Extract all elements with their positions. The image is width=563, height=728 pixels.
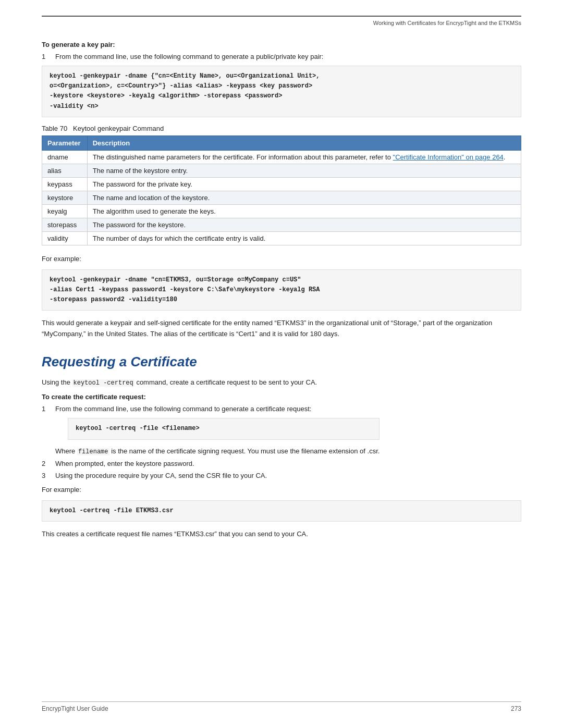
requesting-cert-intro: Using the keytool -certreq command, crea… [42, 377, 521, 388]
cert-step2-text: When prompted, enter the keystore passwo… [55, 460, 194, 467]
for-example-label-1: For example: [42, 254, 521, 264]
keypair-description: This would generate a keypair and self-s… [42, 318, 521, 339]
for-example-label-2: For example: [42, 485, 521, 495]
desc-storepass: The password for the keystore. [87, 218, 521, 231]
col-parameter: Parameter [42, 135, 88, 150]
table-row: keyalg The algorithm used to generate th… [42, 204, 521, 218]
step1-text: From the command line, use the following… [55, 53, 323, 60]
col-description: Description [87, 135, 521, 150]
desc-validity: The number of days for which the certifi… [87, 231, 521, 245]
table-row: keystore The name and location of the ke… [42, 191, 521, 204]
cert-request-steps: 1 From the command line, use the followi… [42, 405, 521, 479]
cert-step-1: 1 From the command line, use the followi… [42, 405, 521, 455]
generate-keypair-steps: 1 From the command line, use the followi… [42, 53, 521, 60]
genkeypair-table: Parameter Description dname The distingu… [42, 135, 521, 245]
generate-keypair-section: To generate a key pair: 1 From the comma… [42, 41, 521, 339]
table-row: keypass The password for the private key… [42, 177, 521, 191]
page-footer: EncrypTight User Guide 273 [42, 701, 521, 712]
cert-step-3: 3 Using the procedure require by your CA… [42, 472, 521, 479]
requesting-cert-title: Requesting a Certificate [42, 354, 521, 370]
param-keypass: keypass [42, 177, 88, 191]
certreq-description: This creates a certificate request file … [42, 529, 521, 539]
certreq-code: keytool -certreq -file <filename> [68, 418, 380, 439]
desc-keystore: The name and location of the keystore. [87, 191, 521, 204]
desc-keypass: The password for the private key. [87, 177, 521, 191]
header-text: Working with Certificates for EncrypTigh… [373, 20, 521, 26]
param-keyalg: keyalg [42, 204, 88, 218]
generate-keypair-heading: To generate a key pair: [42, 41, 521, 48]
table-row: storepass The password for the keystore. [42, 218, 521, 231]
where-clause: Where filename is the name of the certif… [55, 447, 380, 455]
desc-dname: The distinguished name parameters for th… [87, 150, 521, 164]
cert-info-link[interactable]: "Certificate Information" on page 264 [393, 153, 504, 161]
page: Working with Certificates for EncrypTigh… [0, 0, 563, 576]
param-validity: validity [42, 231, 88, 245]
param-storepass: storepass [42, 218, 88, 231]
table-label: Table 70 Keytool genkeypair Command [42, 125, 164, 132]
table-row: validity The number of days for which th… [42, 231, 521, 245]
requesting-cert-section: Requesting a Certificate Using the keyto… [42, 354, 521, 539]
table-row: alias The name of the keystore entry. [42, 164, 521, 177]
genkeypair-code-block: keytool -genkeypair -dname {"cn=<Entity … [42, 66, 521, 117]
cert-step3-text: Using the procedure require by your CA, … [55, 472, 267, 479]
param-dname: dname [42, 150, 88, 164]
desc-alias: The name of the keystore entry. [87, 164, 521, 177]
desc-keyalg: The algorithm used to generate the keys. [87, 204, 521, 218]
genkeypair-code: keytool -genkeypair -dname {"cn=<Entity … [50, 72, 320, 110]
param-keystore: keystore [42, 191, 88, 204]
footer-left: EncrypTight User Guide [42, 705, 108, 712]
cert-step-2: 2 When prompted, enter the keystore pass… [42, 460, 521, 467]
create-cert-heading: To create the certificate request: [42, 393, 521, 401]
table-header-row: Parameter Description [42, 135, 521, 150]
footer-right: 273 [511, 705, 521, 712]
table-row: dname The distinguished name parameters … [42, 150, 521, 164]
genkeypair-example-code: keytool -genkeypair -dname "cn=ETKMS3, o… [42, 269, 521, 311]
step-1: 1 From the command line, use the followi… [42, 53, 521, 60]
table-caption: Table 70 Keytool genkeypair Command [42, 125, 521, 132]
param-alias: alias [42, 164, 88, 177]
certreq-example-code: keytool -certreq -file ETKMS3.csr [42, 500, 521, 522]
cert-step1-text: From the command line, use the following… [55, 405, 311, 413]
page-header: Working with Certificates for EncrypTigh… [42, 16, 521, 26]
